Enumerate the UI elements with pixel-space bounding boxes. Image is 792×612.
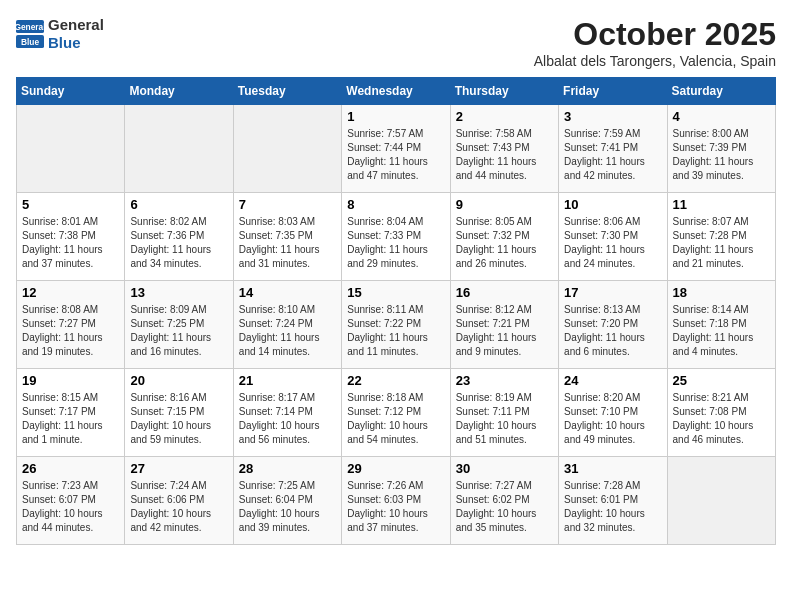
calendar-cell: 22Sunrise: 8:18 AM Sunset: 7:12 PM Dayli… bbox=[342, 369, 450, 457]
calendar-cell: 12Sunrise: 8:08 AM Sunset: 7:27 PM Dayli… bbox=[17, 281, 125, 369]
logo-blue-text: Blue bbox=[48, 34, 81, 51]
day-info: Sunrise: 8:14 AM Sunset: 7:18 PM Dayligh… bbox=[673, 303, 770, 359]
day-number: 7 bbox=[239, 197, 336, 212]
weekday-row: SundayMondayTuesdayWednesdayThursdayFrid… bbox=[17, 78, 776, 105]
weekday-header: Thursday bbox=[450, 78, 558, 105]
logo-icon: General Blue bbox=[16, 20, 44, 48]
svg-text:General: General bbox=[16, 22, 44, 32]
calendar-cell: 6Sunrise: 8:02 AM Sunset: 7:36 PM Daylig… bbox=[125, 193, 233, 281]
calendar-cell bbox=[125, 105, 233, 193]
day-number: 21 bbox=[239, 373, 336, 388]
calendar-cell: 13Sunrise: 8:09 AM Sunset: 7:25 PM Dayli… bbox=[125, 281, 233, 369]
calendar-cell: 9Sunrise: 8:05 AM Sunset: 7:32 PM Daylig… bbox=[450, 193, 558, 281]
day-info: Sunrise: 7:23 AM Sunset: 6:07 PM Dayligh… bbox=[22, 479, 119, 535]
calendar-cell: 10Sunrise: 8:06 AM Sunset: 7:30 PM Dayli… bbox=[559, 193, 667, 281]
day-number: 5 bbox=[22, 197, 119, 212]
day-info: Sunrise: 8:02 AM Sunset: 7:36 PM Dayligh… bbox=[130, 215, 227, 271]
calendar-cell: 19Sunrise: 8:15 AM Sunset: 7:17 PM Dayli… bbox=[17, 369, 125, 457]
calendar-cell: 29Sunrise: 7:26 AM Sunset: 6:03 PM Dayli… bbox=[342, 457, 450, 545]
weekday-header: Wednesday bbox=[342, 78, 450, 105]
calendar-cell: 8Sunrise: 8:04 AM Sunset: 7:33 PM Daylig… bbox=[342, 193, 450, 281]
day-number: 30 bbox=[456, 461, 553, 476]
calendar-cell: 21Sunrise: 8:17 AM Sunset: 7:14 PM Dayli… bbox=[233, 369, 341, 457]
day-info: Sunrise: 8:05 AM Sunset: 7:32 PM Dayligh… bbox=[456, 215, 553, 271]
day-info: Sunrise: 8:07 AM Sunset: 7:28 PM Dayligh… bbox=[673, 215, 770, 271]
calendar-week-row: 26Sunrise: 7:23 AM Sunset: 6:07 PM Dayli… bbox=[17, 457, 776, 545]
day-number: 26 bbox=[22, 461, 119, 476]
calendar-cell: 31Sunrise: 7:28 AM Sunset: 6:01 PM Dayli… bbox=[559, 457, 667, 545]
calendar-cell: 20Sunrise: 8:16 AM Sunset: 7:15 PM Dayli… bbox=[125, 369, 233, 457]
day-number: 12 bbox=[22, 285, 119, 300]
day-number: 13 bbox=[130, 285, 227, 300]
calendar-cell: 25Sunrise: 8:21 AM Sunset: 7:08 PM Dayli… bbox=[667, 369, 775, 457]
weekday-header: Sunday bbox=[17, 78, 125, 105]
day-info: Sunrise: 8:00 AM Sunset: 7:39 PM Dayligh… bbox=[673, 127, 770, 183]
calendar-cell bbox=[667, 457, 775, 545]
day-number: 20 bbox=[130, 373, 227, 388]
day-number: 18 bbox=[673, 285, 770, 300]
page-header: General Blue General Blue October 2025 A… bbox=[16, 16, 776, 69]
day-info: Sunrise: 8:21 AM Sunset: 7:08 PM Dayligh… bbox=[673, 391, 770, 447]
day-info: Sunrise: 7:59 AM Sunset: 7:41 PM Dayligh… bbox=[564, 127, 661, 183]
calendar-cell: 1Sunrise: 7:57 AM Sunset: 7:44 PM Daylig… bbox=[342, 105, 450, 193]
day-number: 1 bbox=[347, 109, 444, 124]
day-info: Sunrise: 8:11 AM Sunset: 7:22 PM Dayligh… bbox=[347, 303, 444, 359]
day-number: 2 bbox=[456, 109, 553, 124]
calendar-cell: 7Sunrise: 8:03 AM Sunset: 7:35 PM Daylig… bbox=[233, 193, 341, 281]
location-title: Albalat dels Tarongers, Valencia, Spain bbox=[534, 53, 776, 69]
day-number: 15 bbox=[347, 285, 444, 300]
day-info: Sunrise: 8:04 AM Sunset: 7:33 PM Dayligh… bbox=[347, 215, 444, 271]
day-number: 19 bbox=[22, 373, 119, 388]
day-number: 28 bbox=[239, 461, 336, 476]
weekday-header: Tuesday bbox=[233, 78, 341, 105]
calendar-cell: 27Sunrise: 7:24 AM Sunset: 6:06 PM Dayli… bbox=[125, 457, 233, 545]
calendar-cell: 28Sunrise: 7:25 AM Sunset: 6:04 PM Dayli… bbox=[233, 457, 341, 545]
logo: General Blue General Blue bbox=[16, 16, 104, 52]
day-info: Sunrise: 7:25 AM Sunset: 6:04 PM Dayligh… bbox=[239, 479, 336, 535]
calendar-week-row: 1Sunrise: 7:57 AM Sunset: 7:44 PM Daylig… bbox=[17, 105, 776, 193]
calendar-week-row: 12Sunrise: 8:08 AM Sunset: 7:27 PM Dayli… bbox=[17, 281, 776, 369]
day-number: 9 bbox=[456, 197, 553, 212]
day-number: 27 bbox=[130, 461, 227, 476]
day-info: Sunrise: 8:10 AM Sunset: 7:24 PM Dayligh… bbox=[239, 303, 336, 359]
calendar-cell: 15Sunrise: 8:11 AM Sunset: 7:22 PM Dayli… bbox=[342, 281, 450, 369]
day-number: 4 bbox=[673, 109, 770, 124]
weekday-header: Saturday bbox=[667, 78, 775, 105]
calendar-week-row: 5Sunrise: 8:01 AM Sunset: 7:38 PM Daylig… bbox=[17, 193, 776, 281]
calendar-cell bbox=[17, 105, 125, 193]
weekday-header: Friday bbox=[559, 78, 667, 105]
day-number: 6 bbox=[130, 197, 227, 212]
calendar-cell: 30Sunrise: 7:27 AM Sunset: 6:02 PM Dayli… bbox=[450, 457, 558, 545]
calendar-cell: 17Sunrise: 8:13 AM Sunset: 7:20 PM Dayli… bbox=[559, 281, 667, 369]
day-number: 14 bbox=[239, 285, 336, 300]
day-info: Sunrise: 8:09 AM Sunset: 7:25 PM Dayligh… bbox=[130, 303, 227, 359]
day-info: Sunrise: 8:03 AM Sunset: 7:35 PM Dayligh… bbox=[239, 215, 336, 271]
weekday-header: Monday bbox=[125, 78, 233, 105]
title-block: October 2025 Albalat dels Tarongers, Val… bbox=[534, 16, 776, 69]
calendar-cell bbox=[233, 105, 341, 193]
calendar-header: SundayMondayTuesdayWednesdayThursdayFrid… bbox=[17, 78, 776, 105]
calendar-week-row: 19Sunrise: 8:15 AM Sunset: 7:17 PM Dayli… bbox=[17, 369, 776, 457]
day-info: Sunrise: 8:13 AM Sunset: 7:20 PM Dayligh… bbox=[564, 303, 661, 359]
day-info: Sunrise: 8:01 AM Sunset: 7:38 PM Dayligh… bbox=[22, 215, 119, 271]
day-number: 3 bbox=[564, 109, 661, 124]
day-number: 31 bbox=[564, 461, 661, 476]
calendar-body: 1Sunrise: 7:57 AM Sunset: 7:44 PM Daylig… bbox=[17, 105, 776, 545]
day-info: Sunrise: 7:26 AM Sunset: 6:03 PM Dayligh… bbox=[347, 479, 444, 535]
day-info: Sunrise: 8:08 AM Sunset: 7:27 PM Dayligh… bbox=[22, 303, 119, 359]
calendar-cell: 26Sunrise: 7:23 AM Sunset: 6:07 PM Dayli… bbox=[17, 457, 125, 545]
calendar-table: SundayMondayTuesdayWednesdayThursdayFrid… bbox=[16, 77, 776, 545]
day-info: Sunrise: 7:57 AM Sunset: 7:44 PM Dayligh… bbox=[347, 127, 444, 183]
day-number: 22 bbox=[347, 373, 444, 388]
calendar-cell: 4Sunrise: 8:00 AM Sunset: 7:39 PM Daylig… bbox=[667, 105, 775, 193]
day-info: Sunrise: 7:58 AM Sunset: 7:43 PM Dayligh… bbox=[456, 127, 553, 183]
calendar-cell: 14Sunrise: 8:10 AM Sunset: 7:24 PM Dayli… bbox=[233, 281, 341, 369]
logo-general-text: General bbox=[48, 16, 104, 33]
day-info: Sunrise: 8:12 AM Sunset: 7:21 PM Dayligh… bbox=[456, 303, 553, 359]
day-info: Sunrise: 7:24 AM Sunset: 6:06 PM Dayligh… bbox=[130, 479, 227, 535]
day-info: Sunrise: 8:16 AM Sunset: 7:15 PM Dayligh… bbox=[130, 391, 227, 447]
day-number: 8 bbox=[347, 197, 444, 212]
calendar-cell: 3Sunrise: 7:59 AM Sunset: 7:41 PM Daylig… bbox=[559, 105, 667, 193]
day-number: 23 bbox=[456, 373, 553, 388]
day-info: Sunrise: 8:20 AM Sunset: 7:10 PM Dayligh… bbox=[564, 391, 661, 447]
